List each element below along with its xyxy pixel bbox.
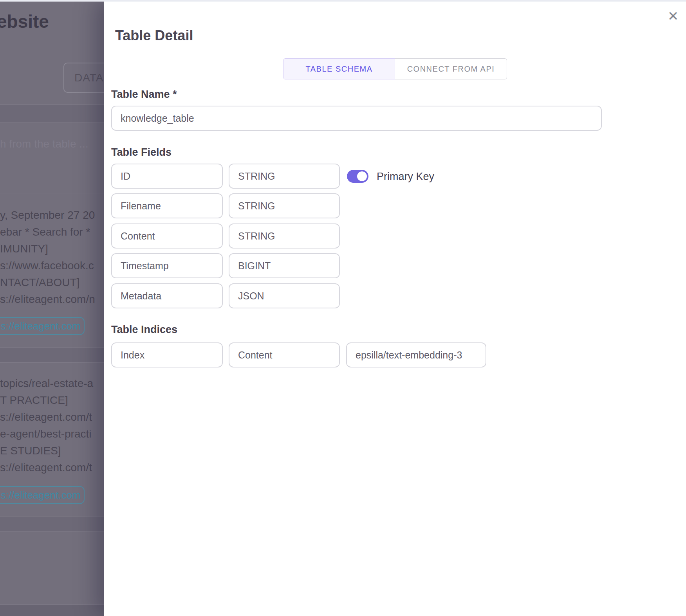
index-name-input[interactable]	[111, 342, 223, 367]
field-type-input[interactable]	[229, 223, 340, 249]
table-name-input[interactable]	[111, 106, 602, 131]
field-type-input[interactable]	[229, 253, 340, 278]
result-line: e-agent/best-practi	[0, 425, 93, 442]
divider	[0, 193, 104, 193]
source-link-chip-label: s://eliteagent.com	[1, 489, 81, 501]
field-name-input[interactable]	[111, 283, 223, 308]
tab-table-schema[interactable]: TABLE SCHEMA	[283, 58, 395, 79]
toggle-knob	[357, 171, 367, 181]
top-edge-strip	[0, 0, 686, 2]
table-name-label: Table Name *	[111, 88, 177, 101]
close-icon[interactable]: ✕	[663, 6, 683, 26]
result-line: NTACT/ABOUT]	[0, 274, 95, 291]
source-link-chip-label: s://eliteagent.com	[1, 320, 81, 332]
background-row-band	[0, 348, 104, 363]
primary-key-label: Primary Key	[377, 171, 434, 183]
field-type-input[interactable]	[229, 193, 340, 218]
result-line: IMUNITY]	[0, 240, 95, 257]
result-line: s://eliteagent.com/n	[0, 291, 95, 308]
result-line: ebar * Search for *	[0, 223, 95, 240]
background-header-band	[0, 104, 104, 123]
result-line: s://eliteagent.com/t	[0, 459, 93, 476]
background-data-tab-label: DATA	[74, 72, 104, 84]
background-footer-band	[0, 604, 104, 616]
result-line: T PRACTICE]	[0, 392, 93, 409]
result-line: y, September 27 20	[0, 207, 95, 223]
result-line: topics/real-estate-a	[0, 375, 93, 392]
source-link-chip: s://eliteagent.com	[0, 486, 85, 504]
tab-bar: TABLE SCHEMA CONNECT FROM API	[283, 58, 507, 79]
modal-title: Table Detail	[115, 27, 193, 44]
field-name-input[interactable]	[111, 193, 223, 218]
table-detail-modal: ✕ Table Detail TABLE SCHEMA CONNECT FROM…	[104, 0, 686, 616]
background-search-placeholder: h from the table ...	[0, 138, 88, 150]
field-type-input[interactable]	[229, 164, 340, 189]
field-name-input[interactable]	[111, 164, 223, 189]
table-indices-label: Table Indices	[111, 324, 177, 336]
field-name-input[interactable]	[111, 253, 223, 278]
index-field-input[interactable]	[229, 342, 340, 367]
result-line: s://eliteagent.com/t	[0, 409, 93, 425]
background-row-band	[0, 517, 104, 532]
table-fields-label: Table Fields	[111, 146, 172, 159]
background-result-block-2: topics/real-estate-a T PRACTICE] s://eli…	[0, 375, 93, 476]
index-model-input[interactable]	[346, 342, 486, 367]
field-type-input[interactable]	[229, 283, 340, 308]
screen: ebsite DATA h from the table ... y, Sept…	[0, 0, 686, 616]
source-link-chip: s://eliteagent.com	[0, 317, 85, 335]
primary-key-toggle[interactable]	[347, 170, 368, 183]
result-line: s://www.facebook.c	[0, 257, 95, 274]
result-line: E STUDIES]	[0, 442, 93, 459]
field-name-input[interactable]	[111, 223, 223, 249]
background-page-title: ebsite	[0, 11, 49, 32]
tab-connect-from-api[interactable]: CONNECT FROM API	[395, 58, 507, 79]
background-result-block-1: y, September 27 20 ebar * Search for * I…	[0, 207, 95, 308]
